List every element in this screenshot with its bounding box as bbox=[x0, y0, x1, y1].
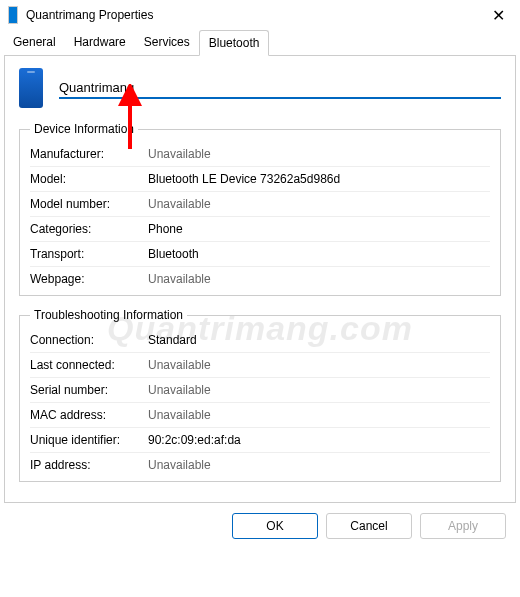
row-manufacturer: Manufacturer:Unavailable bbox=[30, 142, 490, 166]
value-categories: Phone bbox=[148, 222, 183, 236]
value-mac-address: Unavailable bbox=[148, 408, 211, 422]
tab-services[interactable]: Services bbox=[135, 30, 199, 55]
value-last-connected: Unavailable bbox=[148, 358, 211, 372]
row-model: Model:Bluetooth LE Device 73262a5d986d bbox=[30, 166, 490, 191]
value-webpage: Unavailable bbox=[148, 272, 211, 286]
label-unique-identifier: Unique identifier: bbox=[30, 433, 148, 447]
apply-button[interactable]: Apply bbox=[420, 513, 506, 539]
tab-hardware[interactable]: Hardware bbox=[65, 30, 135, 55]
device-information-group: Device Information Manufacturer:Unavaila… bbox=[19, 122, 501, 296]
device-name-input[interactable] bbox=[59, 78, 501, 99]
row-ip-address: IP address:Unavailable bbox=[30, 452, 490, 477]
close-icon[interactable]: ✕ bbox=[484, 6, 512, 25]
dialog-buttons: OK Cancel Apply bbox=[0, 503, 520, 549]
troubleshooting-legend: Troubleshooting Information bbox=[30, 308, 187, 322]
value-model-number: Unavailable bbox=[148, 197, 211, 211]
value-model: Bluetooth LE Device 73262a5d986d bbox=[148, 172, 340, 186]
row-model-number: Model number:Unavailable bbox=[30, 191, 490, 216]
row-webpage: Webpage:Unavailable bbox=[30, 266, 490, 291]
row-last-connected: Last connected:Unavailable bbox=[30, 352, 490, 377]
value-unique-identifier: 90:2c:09:ed:af:da bbox=[148, 433, 241, 447]
ok-button[interactable]: OK bbox=[232, 513, 318, 539]
value-ip-address: Unavailable bbox=[148, 458, 211, 472]
cancel-button[interactable]: Cancel bbox=[326, 513, 412, 539]
label-mac-address: MAC address: bbox=[30, 408, 148, 422]
label-ip-address: IP address: bbox=[30, 458, 148, 472]
row-transport: Transport:Bluetooth bbox=[30, 241, 490, 266]
value-manufacturer: Unavailable bbox=[148, 147, 211, 161]
row-categories: Categories:Phone bbox=[30, 216, 490, 241]
label-model-number: Model number: bbox=[30, 197, 148, 211]
label-serial-number: Serial number: bbox=[30, 383, 148, 397]
device-information-legend: Device Information bbox=[30, 122, 138, 136]
label-connection: Connection: bbox=[30, 333, 148, 347]
value-serial-number: Unavailable bbox=[148, 383, 211, 397]
row-serial-number: Serial number:Unavailable bbox=[30, 377, 490, 402]
titlebar: Quantrimang Properties ✕ bbox=[0, 0, 520, 30]
window-icon bbox=[8, 6, 18, 24]
troubleshooting-group: Troubleshooting Information Connection:S… bbox=[19, 308, 501, 482]
value-transport: Bluetooth bbox=[148, 247, 199, 261]
label-transport: Transport: bbox=[30, 247, 148, 261]
row-mac-address: MAC address:Unavailable bbox=[30, 402, 490, 427]
label-manufacturer: Manufacturer: bbox=[30, 147, 148, 161]
tab-bluetooth[interactable]: Bluetooth bbox=[199, 30, 270, 56]
row-unique-identifier: Unique identifier:90:2c:09:ed:af:da bbox=[30, 427, 490, 452]
value-connection: Standard bbox=[148, 333, 197, 347]
label-model: Model: bbox=[30, 172, 148, 186]
tab-general[interactable]: General bbox=[4, 30, 65, 55]
label-webpage: Webpage: bbox=[30, 272, 148, 286]
phone-icon bbox=[19, 68, 43, 108]
label-categories: Categories: bbox=[30, 222, 148, 236]
device-name-row bbox=[19, 68, 501, 108]
window-title: Quantrimang Properties bbox=[26, 8, 484, 22]
tab-strip: General Hardware Services Bluetooth bbox=[4, 30, 516, 56]
tab-content: Device Information Manufacturer:Unavaila… bbox=[4, 56, 516, 503]
row-connection: Connection:Standard bbox=[30, 328, 490, 352]
label-last-connected: Last connected: bbox=[30, 358, 148, 372]
